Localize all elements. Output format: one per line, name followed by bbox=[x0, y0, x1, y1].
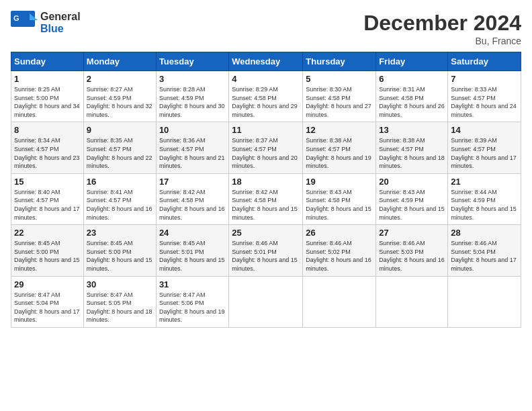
day-number: 12 bbox=[306, 125, 373, 135]
day-info: Sunrise: 8:45 AM Sunset: 5:00 PM Dayligh… bbox=[14, 239, 81, 273]
day-number: 21 bbox=[451, 177, 518, 187]
calendar-subtitle: Bu, France bbox=[363, 36, 521, 46]
header-tuesday: Tuesday bbox=[156, 52, 228, 71]
day-number: 10 bbox=[159, 125, 226, 135]
day-number: 20 bbox=[379, 177, 445, 187]
calendar-cell: 25 Sunrise: 8:46 AM Sunset: 5:01 PM Dayl… bbox=[229, 225, 303, 276]
calendar-row: 15 Sunrise: 8:40 AM Sunset: 4:57 PM Dayl… bbox=[11, 173, 521, 224]
calendar-cell: 1 Sunrise: 8:25 AM Sunset: 5:00 PM Dayli… bbox=[11, 71, 84, 122]
calendar-cell: 11 Sunrise: 8:37 AM Sunset: 4:57 PM Dayl… bbox=[229, 122, 303, 173]
day-number: 25 bbox=[232, 228, 300, 238]
day-info: Sunrise: 8:43 AM Sunset: 4:59 PM Dayligh… bbox=[379, 188, 445, 222]
day-info: Sunrise: 8:46 AM Sunset: 5:02 PM Dayligh… bbox=[306, 239, 373, 273]
day-info: Sunrise: 8:42 AM Sunset: 4:58 PM Dayligh… bbox=[159, 188, 226, 222]
calendar-cell: 10 Sunrise: 8:36 AM Sunset: 4:57 PM Dayl… bbox=[156, 122, 228, 173]
calendar-cell: 20 Sunrise: 8:43 AM Sunset: 4:59 PM Dayl… bbox=[376, 173, 448, 224]
calendar-cell: 5 Sunrise: 8:30 AM Sunset: 4:58 PM Dayli… bbox=[303, 71, 376, 122]
day-info: Sunrise: 8:40 AM Sunset: 4:57 PM Dayligh… bbox=[14, 188, 81, 222]
day-info: Sunrise: 8:46 AM Sunset: 5:01 PM Dayligh… bbox=[232, 239, 300, 273]
day-number: 13 bbox=[379, 125, 445, 135]
calendar-cell: 21 Sunrise: 8:44 AM Sunset: 4:59 PM Dayl… bbox=[448, 173, 521, 224]
header-saturday: Saturday bbox=[448, 52, 521, 71]
day-number: 29 bbox=[14, 279, 81, 289]
day-number: 2 bbox=[87, 74, 153, 84]
header-wednesday: Wednesday bbox=[229, 52, 303, 71]
day-number: 14 bbox=[451, 125, 518, 135]
day-info: Sunrise: 8:43 AM Sunset: 4:58 PM Dayligh… bbox=[306, 188, 373, 222]
calendar-cell: 3 Sunrise: 8:28 AM Sunset: 4:59 PM Dayli… bbox=[156, 71, 228, 122]
day-number: 7 bbox=[451, 74, 518, 84]
day-info: Sunrise: 8:46 AM Sunset: 5:03 PM Dayligh… bbox=[379, 239, 445, 273]
day-info: Sunrise: 8:37 AM Sunset: 4:57 PM Dayligh… bbox=[232, 136, 300, 170]
header-sunday: Sunday bbox=[11, 52, 84, 71]
day-number: 26 bbox=[306, 228, 373, 238]
day-info: Sunrise: 8:42 AM Sunset: 4:58 PM Dayligh… bbox=[232, 188, 300, 222]
day-number: 16 bbox=[87, 177, 153, 187]
calendar-cell: 17 Sunrise: 8:42 AM Sunset: 4:58 PM Dayl… bbox=[156, 173, 228, 224]
calendar-cell bbox=[448, 276, 521, 327]
day-number: 28 bbox=[451, 228, 518, 238]
calendar-cell: 27 Sunrise: 8:46 AM Sunset: 5:03 PM Dayl… bbox=[376, 225, 448, 276]
day-info: Sunrise: 8:44 AM Sunset: 4:59 PM Dayligh… bbox=[451, 188, 518, 222]
calendar-cell: 6 Sunrise: 8:31 AM Sunset: 4:58 PM Dayli… bbox=[376, 71, 448, 122]
day-info: Sunrise: 8:38 AM Sunset: 4:57 PM Dayligh… bbox=[379, 136, 445, 170]
day-info: Sunrise: 8:29 AM Sunset: 4:58 PM Dayligh… bbox=[232, 85, 300, 119]
day-info: Sunrise: 8:47 AM Sunset: 5:04 PM Dayligh… bbox=[14, 291, 81, 324]
day-info: Sunrise: 8:47 AM Sunset: 5:05 PM Dayligh… bbox=[87, 291, 153, 324]
day-info: Sunrise: 8:27 AM Sunset: 4:59 PM Dayligh… bbox=[87, 85, 153, 119]
day-info: Sunrise: 8:39 AM Sunset: 4:57 PM Dayligh… bbox=[451, 136, 518, 170]
day-number: 30 bbox=[87, 279, 153, 289]
logo-icon: G bbox=[11, 11, 38, 35]
day-number: 11 bbox=[232, 125, 300, 135]
logo-text-general: General bbox=[40, 11, 81, 22]
header-monday: Monday bbox=[83, 52, 156, 71]
calendar-cell: 24 Sunrise: 8:45 AM Sunset: 5:01 PM Dayl… bbox=[156, 225, 228, 276]
calendar-cell bbox=[303, 276, 376, 327]
calendar-cell: 23 Sunrise: 8:45 AM Sunset: 5:00 PM Dayl… bbox=[83, 225, 156, 276]
day-number: 22 bbox=[14, 228, 81, 238]
day-number: 6 bbox=[379, 74, 445, 84]
calendar-row: 29 Sunrise: 8:47 AM Sunset: 5:04 PM Dayl… bbox=[11, 276, 521, 327]
calendar-cell: 2 Sunrise: 8:27 AM Sunset: 4:59 PM Dayli… bbox=[83, 71, 156, 122]
calendar-cell: 18 Sunrise: 8:42 AM Sunset: 4:58 PM Dayl… bbox=[229, 173, 303, 224]
calendar-cell: 30 Sunrise: 8:47 AM Sunset: 5:05 PM Dayl… bbox=[83, 276, 156, 327]
calendar-header-row: Sunday Monday Tuesday Wednesday Thursday… bbox=[11, 52, 521, 71]
day-info: Sunrise: 8:33 AM Sunset: 4:57 PM Dayligh… bbox=[451, 85, 518, 119]
calendar-cell: 26 Sunrise: 8:46 AM Sunset: 5:02 PM Dayl… bbox=[303, 225, 376, 276]
calendar-cell: 22 Sunrise: 8:45 AM Sunset: 5:00 PM Dayl… bbox=[11, 225, 84, 276]
day-info: Sunrise: 8:46 AM Sunset: 5:04 PM Dayligh… bbox=[451, 239, 518, 273]
calendar-cell: 7 Sunrise: 8:33 AM Sunset: 4:57 PM Dayli… bbox=[448, 71, 521, 122]
header-friday: Friday bbox=[376, 52, 448, 71]
day-info: Sunrise: 8:47 AM Sunset: 5:06 PM Dayligh… bbox=[159, 291, 226, 324]
day-info: Sunrise: 8:34 AM Sunset: 4:57 PM Dayligh… bbox=[14, 136, 81, 170]
day-number: 8 bbox=[14, 125, 81, 135]
day-info: Sunrise: 8:45 AM Sunset: 5:00 PM Dayligh… bbox=[87, 239, 153, 273]
logo: G General Blue bbox=[11, 11, 81, 35]
day-number: 9 bbox=[87, 125, 153, 135]
calendar-cell: 16 Sunrise: 8:41 AM Sunset: 4:57 PM Dayl… bbox=[83, 173, 156, 224]
calendar-cell bbox=[376, 276, 448, 327]
day-info: Sunrise: 8:35 AM Sunset: 4:57 PM Dayligh… bbox=[87, 136, 153, 170]
calendar-cell: 8 Sunrise: 8:34 AM Sunset: 4:57 PM Dayli… bbox=[11, 122, 84, 173]
title-block: December 2024 Bu, France bbox=[363, 11, 521, 46]
calendar-cell bbox=[229, 276, 303, 327]
calendar-row: 1 Sunrise: 8:25 AM Sunset: 5:00 PM Dayli… bbox=[11, 71, 521, 122]
day-info: Sunrise: 8:28 AM Sunset: 4:59 PM Dayligh… bbox=[159, 85, 226, 119]
calendar-cell: 31 Sunrise: 8:47 AM Sunset: 5:06 PM Dayl… bbox=[156, 276, 228, 327]
day-info: Sunrise: 8:30 AM Sunset: 4:58 PM Dayligh… bbox=[306, 85, 373, 119]
calendar-cell: 14 Sunrise: 8:39 AM Sunset: 4:57 PM Dayl… bbox=[448, 122, 521, 173]
day-number: 18 bbox=[232, 177, 300, 187]
calendar-cell: 4 Sunrise: 8:29 AM Sunset: 4:58 PM Dayli… bbox=[229, 71, 303, 122]
calendar-cell: 28 Sunrise: 8:46 AM Sunset: 5:04 PM Dayl… bbox=[448, 225, 521, 276]
day-number: 23 bbox=[87, 228, 153, 238]
calendar-cell: 29 Sunrise: 8:47 AM Sunset: 5:04 PM Dayl… bbox=[11, 276, 84, 327]
svg-text:G: G bbox=[13, 14, 19, 22]
day-number: 31 bbox=[159, 279, 226, 289]
calendar-title: December 2024 bbox=[363, 11, 521, 36]
day-number: 4 bbox=[232, 74, 300, 84]
day-info: Sunrise: 8:25 AM Sunset: 5:00 PM Dayligh… bbox=[14, 85, 81, 119]
calendar-table: Sunday Monday Tuesday Wednesday Thursday… bbox=[11, 52, 521, 328]
day-number: 1 bbox=[14, 74, 81, 84]
day-number: 15 bbox=[14, 177, 81, 187]
calendar-cell: 13 Sunrise: 8:38 AM Sunset: 4:57 PM Dayl… bbox=[376, 122, 448, 173]
